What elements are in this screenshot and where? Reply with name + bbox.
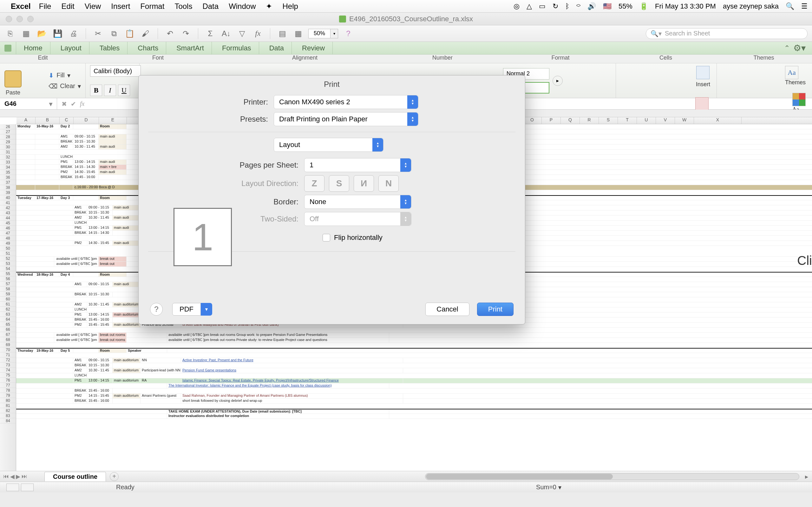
last-sheet-icon[interactable]: ⏭ bbox=[21, 473, 27, 480]
paste-button[interactable]: Paste bbox=[4, 65, 21, 96]
add-sheet-button[interactable]: + bbox=[110, 472, 119, 481]
cut-icon[interactable]: ✂ bbox=[92, 28, 104, 39]
menu-window[interactable]: Window bbox=[229, 2, 256, 11]
prev-sheet-icon[interactable]: ◀ bbox=[10, 473, 14, 480]
tab-layout[interactable]: Layout bbox=[53, 42, 90, 55]
cancel-button[interactable]: Cancel bbox=[425, 302, 469, 316]
menu-edit[interactable]: Edit bbox=[61, 2, 74, 11]
close-window[interactable] bbox=[6, 16, 12, 22]
redo-icon[interactable]: ↷ bbox=[180, 28, 192, 39]
name-box[interactable]: G46▾ bbox=[0, 98, 57, 110]
volume-icon[interactable]: 🔊 bbox=[588, 2, 596, 10]
new-workbook-icon[interactable]: ⎘ bbox=[4, 28, 16, 39]
cancel-edit-icon[interactable]: ✖ bbox=[61, 100, 67, 108]
collapse-ribbon-icon[interactable]: ⌃ bbox=[784, 44, 790, 52]
tab-tables[interactable]: Tables bbox=[92, 42, 128, 55]
menu-data[interactable]: Data bbox=[202, 2, 218, 11]
app-name[interactable]: Excel bbox=[11, 2, 31, 11]
next-sheet-icon[interactable]: ▶ bbox=[16, 473, 20, 480]
notification-center-icon[interactable]: ☰ bbox=[801, 2, 808, 10]
menu-help[interactable]: Help bbox=[282, 2, 298, 11]
hscroll-right-icon[interactable]: ▸ bbox=[805, 473, 808, 481]
tab-review[interactable]: Review bbox=[294, 42, 333, 55]
zoom-window[interactable] bbox=[27, 16, 34, 22]
menu-format[interactable]: Format bbox=[140, 2, 164, 11]
status-dropdown-icon[interactable]: ▾ bbox=[558, 484, 561, 491]
zoom-dropdown[interactable]: ▾ bbox=[331, 29, 338, 38]
tab-formulas[interactable]: Formulas bbox=[214, 42, 259, 55]
fx-formula-icon[interactable]: fx bbox=[80, 100, 84, 107]
tab-smartart[interactable]: SmartArt bbox=[169, 42, 212, 55]
horizontal-scrollbar[interactable] bbox=[425, 473, 799, 480]
creative-cloud-icon[interactable]: ◎ bbox=[513, 2, 519, 10]
menu-view[interactable]: View bbox=[85, 2, 101, 11]
open-icon[interactable]: 📂 bbox=[36, 28, 48, 39]
normal-view-button[interactable] bbox=[6, 484, 19, 491]
pages-per-sheet-select[interactable]: 1 bbox=[304, 158, 411, 172]
search-field[interactable]: 🔍▾ Search in Sheet bbox=[646, 28, 808, 39]
ribbon-settings-icon[interactable]: ⚙▾ bbox=[793, 43, 806, 53]
first-sheet-icon[interactable]: ⏮ bbox=[3, 473, 9, 480]
menu-file[interactable]: File bbox=[39, 2, 51, 11]
menu-tools[interactable]: Tools bbox=[174, 2, 192, 11]
confirm-edit-icon[interactable]: ✔ bbox=[71, 100, 76, 108]
tab-charts[interactable]: Charts bbox=[130, 42, 166, 55]
undo-icon[interactable]: ↶ bbox=[164, 28, 176, 39]
clear-button[interactable]: ⌫Clear ▾ bbox=[49, 82, 81, 90]
templates-icon[interactable]: ▦ bbox=[20, 28, 32, 39]
show-toolbox-icon[interactable]: ▤ bbox=[276, 28, 288, 39]
clock[interactable]: Fri May 13 3:30 PM bbox=[655, 2, 716, 10]
timemachine-icon[interactable]: ↻ bbox=[553, 2, 558, 10]
fill-button[interactable]: ⬇Fill ▾ bbox=[49, 72, 81, 79]
flag-icon[interactable]: 🇺🇸 bbox=[603, 2, 612, 10]
autosum-icon[interactable]: Σ bbox=[205, 28, 216, 39]
border-select[interactable]: None bbox=[304, 195, 411, 209]
battery-icon[interactable]: 🔋 bbox=[640, 2, 648, 10]
dialog-help-button[interactable]: ? bbox=[150, 303, 163, 316]
format-painter-icon[interactable]: 🖌 bbox=[140, 28, 151, 39]
zoom-input[interactable] bbox=[308, 29, 331, 38]
row-headers[interactable]: 2627282930313233343536373839404142434445… bbox=[0, 124, 16, 471]
filter-icon[interactable]: ▽ bbox=[236, 28, 248, 39]
status-sum[interactable]: Sum=0 bbox=[536, 484, 556, 491]
menu-insert[interactable]: Insert bbox=[111, 2, 130, 11]
pane-select[interactable]: Layout bbox=[274, 138, 384, 152]
layout-direction-1[interactable]: Z bbox=[304, 175, 324, 192]
flip-horizontally-checkbox[interactable] bbox=[322, 234, 330, 241]
user-name[interactable]: ayse zeynep saka bbox=[723, 2, 779, 10]
underline-button[interactable]: U bbox=[118, 84, 130, 96]
page-layout-view-button[interactable] bbox=[21, 484, 34, 491]
help-icon[interactable]: ? bbox=[343, 28, 354, 39]
save-icon[interactable]: 💾 bbox=[52, 28, 63, 39]
sort-icon[interactable]: A↓ bbox=[220, 28, 232, 39]
styles-expand-icon[interactable]: ▸ bbox=[553, 76, 563, 86]
print-icon[interactable]: 🖨 bbox=[68, 28, 79, 39]
sheet-tab-active[interactable]: Course outline bbox=[44, 472, 106, 481]
spotlight-icon[interactable]: 🔍 bbox=[786, 2, 794, 10]
layout-direction-2[interactable]: S bbox=[329, 175, 349, 192]
copy-icon[interactable]: ⧉ bbox=[108, 28, 119, 39]
bold-button[interactable]: B bbox=[90, 84, 102, 96]
paste-icon[interactable]: 📋 bbox=[124, 28, 136, 39]
layout-direction-3[interactable]: И bbox=[354, 175, 374, 192]
bluetooth-icon[interactable]: ᛒ bbox=[565, 2, 569, 10]
menulet-icon[interactable]: ✦ bbox=[266, 2, 272, 11]
insert-cells-button[interactable]: Insert bbox=[696, 66, 710, 88]
printer-select[interactable]: Canon MX490 series 2 bbox=[274, 95, 418, 109]
layout-direction-4[interactable]: N bbox=[378, 175, 399, 192]
font-name-select[interactable]: Calibri (Body) bbox=[90, 65, 141, 77]
minimize-window[interactable] bbox=[16, 16, 23, 22]
airplay-icon[interactable]: ▭ bbox=[539, 2, 546, 10]
google-drive-icon[interactable]: △ bbox=[526, 2, 532, 10]
print-button[interactable]: Print bbox=[477, 302, 513, 316]
home-icon[interactable] bbox=[4, 45, 11, 52]
tab-home[interactable]: Home bbox=[16, 42, 50, 55]
battery-text[interactable]: 55% bbox=[618, 2, 632, 10]
pdf-dropdown-button[interactable]: PDF ▼ bbox=[172, 303, 212, 316]
wifi-icon[interactable]: ⌔ bbox=[576, 2, 580, 10]
themes-button[interactable]: AaThemes bbox=[785, 66, 806, 86]
tab-data[interactable]: Data bbox=[262, 42, 292, 55]
italic-button[interactable]: I bbox=[104, 84, 116, 96]
presets-select[interactable]: Draft Printing on Plain Paper bbox=[274, 112, 418, 126]
fx-icon[interactable]: fx bbox=[252, 28, 264, 39]
